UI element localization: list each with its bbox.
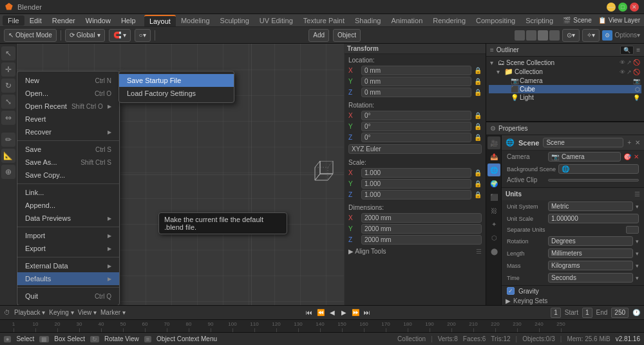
timeline-editor-icon[interactable]: ⏱ [4,309,10,316]
props-tab-data[interactable]: ⬡ [488,231,500,244]
timeline-ruler[interactable]: 1 10 20 30 40 50 60 70 80 90 100 110 120… [0,319,644,332]
box-select-btn[interactable]: ▩ [39,336,49,342]
view-label[interactable]: View ▾ [78,309,97,316]
scene-del-icon[interactable]: ✕ [635,139,640,146]
props-tab-particles[interactable]: ✦ [488,218,500,230]
tree-collection[interactable]: ▾ 📁 Collection 👁 ↗ 🚫 [489,67,641,77]
workspace-tab-compositing[interactable]: Compositing [471,15,520,26]
viewport-overlays-btn[interactable]: ⊙▾ [562,29,580,42]
options-btn[interactable]: ⚙ [602,30,612,41]
start-frame[interactable]: 1 [582,308,592,318]
rotate-view-btn[interactable]: ↻ [90,336,99,342]
tool-rotate[interactable]: ↻ [1,79,15,93]
props-tab-material[interactable]: ⬤ [488,245,500,257]
menu-export[interactable]: Export [17,242,119,255]
end-frame[interactable]: 250 [611,308,629,318]
tree-hide2[interactable]: 🚫 [633,69,640,75]
tree-camera[interactable]: 📷 Camera 📷 [489,77,641,85]
load-factory-settings[interactable]: Load Factory Settings [119,87,234,100]
prev-keyframe-btn[interactable]: ⏪ [316,308,326,318]
viewport[interactable]: X Y Z 📷 🔒 ⊡ ⊞ ✛ ⊠ Item [17,44,486,305]
viewport-render-btn[interactable] [549,30,560,41]
lock-scale-z-icon[interactable]: 🔒 [474,191,482,198]
current-frame[interactable]: 1 [551,308,561,318]
dim-y-input[interactable]: 2000 mm [361,224,482,234]
menu-new[interactable]: New Ctrl N [17,74,119,87]
outliner-search[interactable]: 🔍 [620,46,634,55]
rotation-y-input[interactable]: 0° [361,122,471,131]
props-tab-constraints[interactable]: ⛓ [488,204,500,217]
rotation-x-input[interactable]: 0° [361,111,471,120]
rotation-mode-select[interactable]: XYZ Euler [348,144,482,154]
workspace-tab-animation[interactable]: Animation [386,15,428,26]
workspace-tab-rendering[interactable]: Rendering [428,15,471,26]
select-btn[interactable]: ● [4,336,11,342]
tool-annotate[interactable]: ✏ [1,133,15,147]
camera-pick-icon[interactable]: 🎯 [623,153,631,160]
menu-save[interactable]: Save Ctrl S [17,143,119,156]
background-scene-input[interactable]: 🌐 [558,164,639,174]
save-startup-file[interactable]: Save Startup File [119,74,234,87]
separate-units-toggle[interactable] [626,226,639,234]
rotation-z-input[interactable]: 0° [361,133,471,142]
tree-cube[interactable]: ⬛ Cube ⬡ [489,85,641,93]
length-value[interactable]: Millimeters [548,248,633,258]
units-header[interactable]: Units ☰ [502,188,644,200]
viewport-material-btn[interactable] [538,30,548,41]
close-button[interactable]: ✕ [630,3,639,12]
cube-object[interactable] [308,161,334,188]
playback-label[interactable]: Playback ▾ [14,309,45,316]
camera-del-icon[interactable]: ✕ [634,153,639,160]
props-tab-output[interactable]: 📤 [488,150,500,163]
tree-sel2[interactable]: ↗ [627,69,632,75]
lock-z-icon[interactable]: 🔒 [474,89,482,96]
scene-new-icon[interactable]: + [627,139,631,146]
menu-link[interactable]: Link... [17,186,119,199]
tree-hide1[interactable]: 🚫 [633,59,640,66]
keying-sets-header[interactable]: ▶ Keying Sets [502,296,644,305]
tool-add-obj[interactable]: ⊕ [1,165,15,179]
options-label[interactable]: Options▾ [615,32,640,39]
lock-scale-x-icon[interactable]: 🔒 [474,169,482,176]
unit-system-value[interactable]: Metric [548,201,633,211]
playback-speed-icon[interactable]: 🕐 [632,309,640,316]
toolbar-mode-selector[interactable]: ↖Object Mode [4,29,57,42]
lock-x-icon[interactable]: 🔒 [474,67,482,74]
play-btn[interactable]: ▶ [339,308,349,318]
camera-value[interactable]: 📷 Camera [548,152,621,162]
marker-label[interactable]: Marker ▾ [100,309,126,316]
menu-window[interactable]: Window [80,15,116,26]
maximize-button[interactable]: □ [618,3,627,12]
play-reverse-btn[interactable]: ◀ [327,308,337,318]
menu-import[interactable]: Import [17,229,119,242]
view-layer-name[interactable]: View Layer [609,17,640,24]
menu-open-recent[interactable]: Open Recent Shift Ctrl O [17,100,119,113]
location-z-input[interactable]: 0 mm [361,88,471,97]
props-tab-object[interactable]: ⬛ [488,191,500,203]
workspace-tab-texture-paint[interactable]: Texture Paint [298,15,350,26]
location-y-input[interactable]: 0 mm [361,77,471,86]
lock-y-icon[interactable]: 🔒 [474,78,482,85]
menu-data-previews[interactable]: Data Previews [17,212,119,225]
location-x-input[interactable]: 0 mm [361,66,471,75]
align-tools-header[interactable]: ▶ Align Tools ☰ [345,247,486,256]
dim-x-input[interactable]: 2000 mm [361,213,482,223]
gravity-checkbox[interactable]: ✓ [507,287,515,295]
lock-rot-x-icon[interactable]: 🔒 [474,112,482,119]
tool-move[interactable]: ✛ [1,62,15,77]
add-menu-button[interactable]: Add [308,29,329,42]
menu-recover[interactable]: Recover [17,126,119,138]
snap-button[interactable]: 🧲▾ [109,29,131,42]
unit-scale-value[interactable]: 1.000000 [548,214,639,223]
viewport-solid-btn[interactable] [515,30,525,41]
lock-scale-y-icon[interactable]: 🔒 [474,180,482,187]
workspace-tab-uv-editing[interactable]: UV Editing [254,15,298,26]
menu-defaults[interactable]: Defaults [17,272,119,285]
tree-scene-collection[interactable]: ▾ 🗂 Scene Collection 👁 ↗ 🚫 [489,58,641,67]
tree-sel1[interactable]: ↗ [627,59,632,66]
scene-name-input[interactable]: Scene [543,138,623,147]
menu-quit[interactable]: Quit Ctrl Q [17,290,119,303]
gravity-row[interactable]: ✓ Gravity [502,286,644,296]
lock-rot-z-icon[interactable]: 🔒 [474,134,482,141]
tool-transform[interactable]: ⇔ [1,111,15,125]
